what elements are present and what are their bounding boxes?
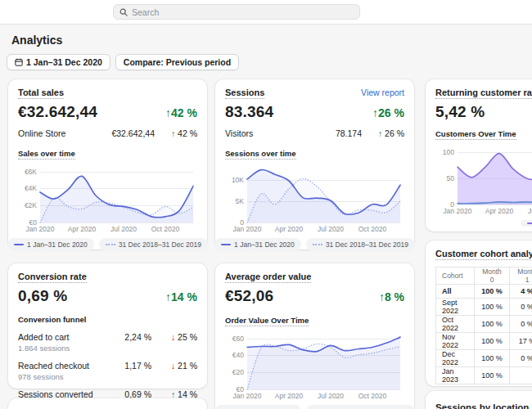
svg-text:Apr 2020: Apr 2020 xyxy=(485,207,514,215)
aov-title[interactable]: Average order value xyxy=(225,272,311,283)
cohort-col-header: Cohort xyxy=(436,267,475,285)
partial-card xyxy=(8,398,207,409)
funnel-step-value: 2,24 % xyxy=(101,332,151,342)
funnel-step-sessions: 978 sessions xyxy=(18,372,101,381)
visitors-value: 78.174 xyxy=(303,128,362,138)
svg-text:€60: €60 xyxy=(232,335,244,343)
legend-current-period: 1 Jan–31 Dec 2020 xyxy=(214,405,301,409)
sessions-value: 83.364 xyxy=(225,103,273,121)
returning-rate-title[interactable]: Returning customer rate xyxy=(435,88,532,99)
table-row: Oct 2022 100 % 0 % xyxy=(436,316,532,333)
svg-text:Jul 2020: Jul 2020 xyxy=(318,225,344,233)
compare-button[interactable]: Compare: Previous period xyxy=(115,54,239,70)
svg-text:Jan 2020: Jan 2020 xyxy=(233,392,262,400)
conversion-rate-card: Conversion rate 0,69 % ↑14 % Conversion … xyxy=(8,263,207,389)
funnel-step-sessions: 1.864 sessions xyxy=(18,344,101,353)
legend-current-period: 1 Jan–31 Dec 2020 xyxy=(214,238,301,251)
calendar-icon xyxy=(15,58,23,66)
total-sales-delta: ↑42 % xyxy=(165,106,197,119)
funnel-step-delta: ↓ 25 % xyxy=(151,332,197,342)
dotted-line-swatch xyxy=(106,244,115,245)
table-row: Sept 2022 100 % 0 % xyxy=(436,299,532,316)
date-range-label: 1 Jan–31 Dec 2020 xyxy=(26,57,102,67)
date-range-button[interactable]: 1 Jan–31 Dec 2020 xyxy=(7,54,110,70)
legend-previous-period: 31 Dec 2018–31 Dec 2019 xyxy=(306,405,415,409)
svg-text:Jan 2020: Jan 2020 xyxy=(26,225,55,233)
search-icon xyxy=(119,8,128,16)
table-row: Dec 2022 100 % 0 % xyxy=(436,350,532,367)
channel-label: Online Store xyxy=(18,128,96,138)
svg-text:€4K: €4K xyxy=(25,184,37,192)
search-input[interactable] xyxy=(132,7,354,17)
svg-text:Oct 2020: Oct 2020 xyxy=(358,225,387,233)
sessions-breakdown-row: Visitors 78.174 ↑ 26 % xyxy=(225,128,404,138)
svg-text:Apr 2020: Apr 2020 xyxy=(275,225,304,233)
returning-rate-value: 5,42 % xyxy=(435,103,485,121)
funnel-step-label: Added to cart xyxy=(18,332,69,342)
month0-col-header: Month 0 xyxy=(475,267,510,285)
sessions-over-time-chart: 05K10KJan 2020Apr 2020Jul 2020Oct 2020 xyxy=(225,163,404,233)
svg-text:€20: €20 xyxy=(232,368,244,376)
solid-line-swatch xyxy=(14,244,24,245)
svg-text:Apr 2020: Apr 2020 xyxy=(68,225,97,233)
total-sales-breakdown-row: Online Store €32.642,44 ↑ 42 % xyxy=(18,128,197,138)
funnel-step-label: Reached checkout xyxy=(18,361,89,371)
legend-previous-period: 31 Dec 2018–31 Dec 2019 xyxy=(306,238,415,251)
channel-value: €32.642,44 xyxy=(96,128,155,138)
sessions-by-location-card: Sessions by location xyxy=(426,391,532,409)
total-sales-card: Total sales €32.642,44 ↑42 % Online Stor… xyxy=(8,79,207,249)
svg-text:Jul 2020: Jul 2020 xyxy=(110,225,137,233)
svg-text:Jan 2020: Jan 2020 xyxy=(233,225,262,233)
aov-value: €52,06 xyxy=(225,287,273,305)
sales-over-time-label[interactable]: Sales over time xyxy=(18,149,75,160)
returning-customer-rate-card: Returning customer rate 5,42 % Customers… xyxy=(426,79,532,231)
purple-line-swatch xyxy=(527,222,532,224)
sales-over-time-chart: €0€2K€4K€6KJan 2020Apr 2020Jul 2020Oct 2… xyxy=(18,163,197,233)
sessions-by-location-title[interactable]: Sessions by location xyxy=(435,402,529,409)
total-sales-value: €32.642,44 xyxy=(18,103,97,121)
chart-legend: 1 Jan–31 Dec 2020 31 Dec 2018–31 Dec 201… xyxy=(18,238,197,251)
svg-text:100: 100 xyxy=(443,148,454,156)
sessions-delta: ↑26 % xyxy=(372,106,404,119)
total-sales-title[interactable]: Total sales xyxy=(18,88,64,99)
svg-text:€40: €40 xyxy=(232,351,244,359)
compare-label: Compare: Previous period xyxy=(124,57,231,67)
chart-legend xyxy=(435,220,532,227)
legend-first-time xyxy=(521,220,532,227)
conversion-funnel-label: Conversion funnel xyxy=(18,315,197,324)
sessions-card: Sessions View report 83.364 ↑26 % Visito… xyxy=(215,79,414,249)
sessions-over-time-label[interactable]: Sessions over time xyxy=(225,149,296,160)
visitors-delta: ↑ 26 % xyxy=(362,128,404,138)
view-report-link[interactable]: View report xyxy=(361,88,404,97)
svg-text:€6K: €6K xyxy=(25,168,37,176)
conversion-rate-title[interactable]: Conversion rate xyxy=(18,272,87,283)
channel-delta: ↑ 42 % xyxy=(155,128,197,138)
order-value-over-time-chart: €0€20€40€60Jan 2020Apr 2020Jul 2020Oct 2… xyxy=(225,330,404,400)
search-bar[interactable] xyxy=(113,4,360,20)
customers-over-time-label[interactable]: Customers Over Time xyxy=(435,129,516,140)
top-bar xyxy=(0,0,532,25)
cohort-analysis-title[interactable]: Customer cohort analysis xyxy=(435,249,532,260)
visitors-label: Visitors xyxy=(225,128,303,138)
page-title: Analytics xyxy=(11,34,62,47)
table-row: All 100 % 4 % xyxy=(436,285,532,299)
table-row: Jan 2023 100 % xyxy=(436,367,532,384)
svg-text:Jan 2020: Jan 2020 xyxy=(444,207,472,215)
svg-text:Apr 2020: Apr 2020 xyxy=(275,392,304,400)
average-order-value-card: Average order value €52,06 ↑8 % Order Va… xyxy=(215,263,414,409)
cohort-table: Cohort Month 0 Month 1 All 100 % 4 % Sep… xyxy=(435,267,532,384)
chart-legend: 1 Jan–31 Dec 2020 31 Dec 2018–31 Dec 201… xyxy=(225,405,404,409)
funnel-row-reached-checkout: Reached checkout 978 sessions 1,17 % ↓ 2… xyxy=(18,361,197,381)
svg-text:€2K: €2K xyxy=(25,201,37,209)
dotted-line-swatch xyxy=(313,244,322,245)
funnel-step-value: 1,17 % xyxy=(101,361,151,371)
funnel-row-added-to-cart: Added to cart 1.864 sessions 2,24 % ↓ 25… xyxy=(18,332,197,353)
order-value-over-time-label[interactable]: Order Value Over Time xyxy=(225,316,309,326)
legend-previous-period: 31 Dec 2018–31 Dec 2019 xyxy=(99,238,208,251)
solid-line-swatch xyxy=(221,244,231,245)
svg-text:Oct 2020: Oct 2020 xyxy=(151,225,180,233)
svg-text:10K: 10K xyxy=(232,176,244,184)
sessions-title[interactable]: Sessions xyxy=(225,88,264,99)
month1-col-header: Month 1 xyxy=(510,267,532,285)
svg-text:Jul 2020: Jul 2020 xyxy=(318,392,344,400)
